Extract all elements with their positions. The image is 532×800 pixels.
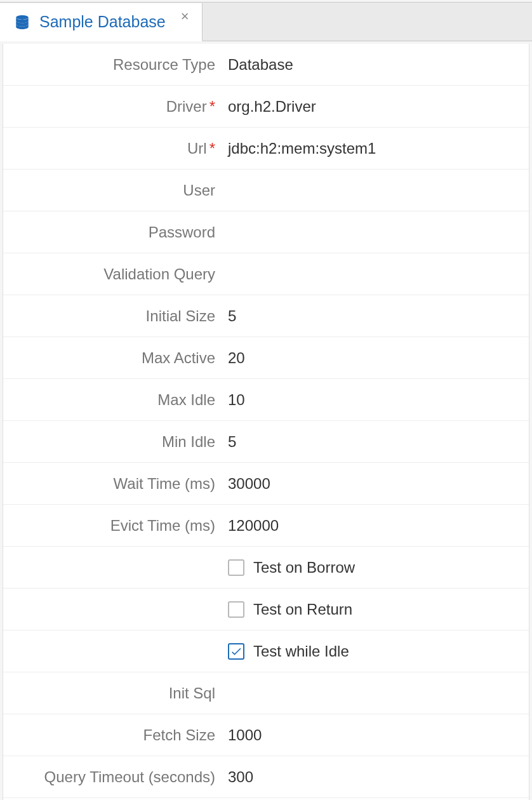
label-max-active: Max Active	[15, 349, 219, 367]
label-validation-query: Validation Query	[15, 265, 219, 283]
value-url[interactable]: jdbc:h2:mem:system1	[219, 140, 376, 157]
tab-sample-database[interactable]: Sample Database ×	[0, 3, 203, 41]
label-evict-time: Evict Time (ms)	[15, 517, 219, 535]
label-driver: Driver*	[15, 98, 219, 116]
value-min-idle[interactable]: 5	[219, 433, 236, 451]
label-password: Password	[15, 223, 219, 241]
checkbox-test-on-borrow[interactable]	[228, 559, 244, 576]
row-driver: Driver* org.h2.Driver	[3, 86, 529, 128]
tab-bar: Sample Database ×	[0, 2, 532, 41]
label-fetch-size: Fetch Size	[15, 726, 219, 744]
label-user: User	[15, 182, 219, 199]
label-query-timeout: Query Timeout (seconds)	[15, 768, 219, 786]
row-initial-size: Initial Size 5	[3, 295, 529, 337]
value-evict-time[interactable]: 120000	[219, 517, 279, 535]
label-min-idle: Min Idle	[15, 433, 219, 451]
value-query-timeout[interactable]: 300	[219, 768, 253, 786]
value-resource-type[interactable]: Database	[219, 56, 293, 74]
close-icon[interactable]: ×	[181, 3, 189, 23]
value-max-idle[interactable]: 10	[219, 391, 245, 409]
value-driver[interactable]: org.h2.Driver	[219, 98, 316, 116]
checkbox-label-test-on-return: Test on Return	[253, 601, 352, 618]
svg-point-0	[16, 15, 29, 19]
label-wait-time: Wait Time (ms)	[15, 475, 219, 493]
value-initial-size[interactable]: 5	[219, 307, 236, 325]
row-user: User	[3, 170, 529, 211]
value-fetch-size[interactable]: 1000	[219, 726, 262, 744]
row-evict-time: Evict Time (ms) 120000	[3, 505, 529, 547]
page-container: Sample Database × Resource Type Database…	[0, 0, 532, 800]
checkbox-test-while-idle[interactable]	[228, 643, 244, 660]
row-test-while-idle: Test while Idle	[3, 630, 529, 672]
label-initial-size: Initial Size	[15, 307, 219, 325]
row-test-on-return: Test on Return	[3, 589, 529, 630]
tab-label: Sample Database	[39, 13, 166, 31]
label-init-sql: Init Sql	[15, 684, 219, 702]
row-max-active: Max Active 20	[3, 337, 529, 379]
row-fetch-size: Fetch Size 1000	[3, 714, 529, 756]
value-max-active[interactable]: 20	[219, 349, 245, 367]
checkbox-test-on-return[interactable]	[228, 601, 244, 618]
checkbox-label-test-while-idle: Test while Idle	[253, 643, 349, 660]
row-wait-time: Wait Time (ms) 30000	[3, 463, 529, 505]
row-min-idle: Min Idle 5	[3, 421, 529, 463]
row-test-on-borrow: Test on Borrow	[3, 547, 529, 589]
row-resource-type: Resource Type Database	[3, 44, 529, 86]
row-validation-query: Validation Query	[3, 253, 529, 295]
row-password: Password	[3, 211, 529, 253]
row-query-timeout: Query Timeout (seconds) 300	[3, 756, 529, 798]
database-icon	[14, 14, 30, 30]
form-panel: Resource Type Database Driver* org.h2.Dr…	[3, 44, 529, 800]
label-resource-type: Resource Type	[15, 56, 219, 74]
label-max-idle: Max Idle	[15, 391, 219, 409]
row-url: Url* jdbc:h2:mem:system1	[3, 128, 529, 170]
value-wait-time[interactable]: 30000	[219, 475, 270, 493]
row-max-idle: Max Idle 10	[3, 379, 529, 421]
checkbox-label-test-on-borrow: Test on Borrow	[253, 559, 355, 577]
label-url: Url*	[15, 140, 219, 157]
row-init-sql: Init Sql	[3, 672, 529, 714]
